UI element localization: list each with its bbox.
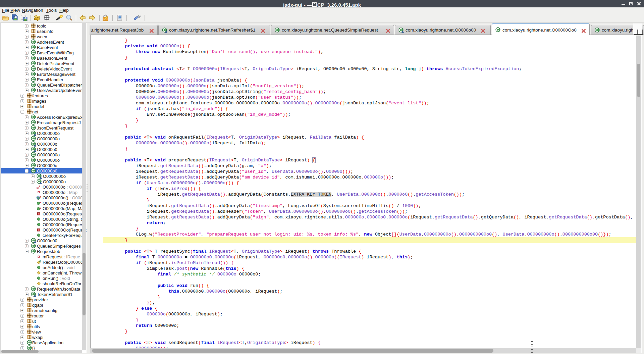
svg-text:s: s [40,206,41,210]
svg-text:s: s [39,185,40,188]
svg-text:s: s [40,201,41,204]
svg-text:s: s [40,196,41,199]
svg-text:c: c [39,260,41,263]
